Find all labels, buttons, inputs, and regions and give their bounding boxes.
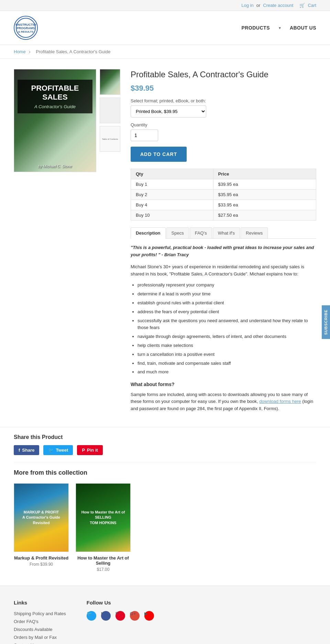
qty-cell: Buy 2 — [131, 190, 213, 200]
create-account-link[interactable]: Create account — [263, 3, 293, 8]
footer-link[interactable]: Discounts Available — [14, 627, 66, 632]
list-item: turn a cancellation into a positive even… — [138, 351, 316, 358]
thumbnail-1[interactable] — [100, 69, 120, 95]
footer-links-title: Links — [14, 600, 66, 606]
top-bar-divider: 🛒 — [299, 3, 305, 8]
format-select[interactable]: Printed Book, $39.95 eBook, $29.95 Both,… — [131, 105, 206, 117]
product-tabs: Description Specs FAQ's What if's Review… — [131, 227, 316, 239]
footer-link[interactable]: Contact Us — [14, 643, 66, 644]
footer-follow-title: Follow Us — [87, 600, 154, 606]
product-section: PROFITABLE SALES A Contractor's Guide by… — [0, 59, 330, 427]
description-quote: "This is a powerful, practical book - lo… — [131, 244, 316, 259]
tab-description[interactable]: Description — [131, 227, 166, 239]
breadcrumb-current: Profitable Sales, A Contractor's Guide — [36, 49, 110, 54]
list-item: establish ground rules with a potential … — [138, 300, 316, 307]
footer-link[interactable]: Order FAQ's — [14, 619, 66, 624]
main-nav: PRODUCTS ▼ ABOUT US — [241, 25, 316, 31]
product-images: PROFITABLE SALES A Contractor's Guide by… — [14, 69, 120, 417]
footer-link[interactable]: Orders by Mail or Fax — [14, 635, 66, 640]
price-cell: $35.95 ea — [213, 190, 316, 200]
tab-faqs[interactable]: FAQ's — [190, 227, 212, 238]
list-item: address the fears of every potential cli… — [138, 308, 316, 316]
share-twitter-button[interactable]: 🐦 Tweet — [43, 445, 73, 455]
collection-item-name: Markup & Profit Revisited — [14, 555, 69, 561]
main-product-image[interactable]: PROFITABLE SALES A Contractor's Guide by… — [14, 69, 96, 172]
breadcrumb: Home › Profitable Sales, A Contractor's … — [0, 45, 330, 59]
share-facebook-button[interactable]: f Share — [14, 445, 39, 455]
breadcrumb-home[interactable]: Home — [14, 49, 26, 54]
tab-whatifs[interactable]: What if's — [213, 227, 240, 238]
list-item: help clients make selections — [138, 342, 316, 349]
qty-cell: Buy 4 — [131, 200, 213, 210]
collection-grid: MARKUP & PROFITA Contractor's GuideRevis… — [14, 483, 316, 572]
footer-link[interactable]: Shipping Policy and Rates — [14, 611, 66, 616]
nav-products[interactable]: PRODUCTS — [241, 25, 270, 31]
svg-text:& RESULTS: & RESULTS — [18, 30, 34, 33]
add-to-cart-button[interactable]: ADD TO CART — [131, 147, 187, 162]
collection-item-price: From $39.90 — [14, 562, 69, 567]
youtube-social-icon[interactable]: ▶ — [144, 611, 154, 621]
price-cell: $33.95 ea — [213, 200, 316, 210]
main-image-overlay: PROFITABLE SALES A Contractor's Guide — [18, 80, 92, 113]
nav-about-us[interactable]: ABOUT US — [290, 25, 316, 31]
thumbnail-2[interactable] — [100, 98, 120, 123]
collection-item[interactable]: MARKUP & PROFITA Contractor's GuideRevis… — [14, 483, 69, 572]
collection-item[interactable]: How to Master the Art ofSELLINGTOM HOPKI… — [76, 483, 131, 572]
collection-item-image[interactable]: How to Master the Art ofSELLINGTOM HOPKI… — [76, 483, 131, 552]
description-intro: Michael Stone's 30+ years of experience … — [131, 263, 316, 278]
list-item: navigate through design agreements, lett… — [138, 333, 316, 340]
qty-header: Qty — [131, 169, 213, 179]
description-content: "This is a powerful, practical book - lo… — [131, 244, 316, 413]
tab-specs[interactable]: Specs — [166, 227, 189, 238]
price-table: Qty Price Buy 1$39.95 eaBuy 2$35.95 eaBu… — [131, 169, 316, 221]
book-author-overlay: by Michael C. Stone — [38, 164, 72, 168]
share-buttons: f Share 🐦 Tweet P Pin it — [14, 445, 316, 455]
share-title: Share this Product — [14, 434, 316, 440]
footer-follow-column: Follow Us 🐦fPG+▶ — [87, 600, 154, 644]
list-item: professionally represent your company — [138, 282, 316, 289]
quantity-input[interactable] — [131, 129, 158, 141]
share-pinterest-button[interactable]: P Pin it — [77, 445, 102, 455]
footer: Links Shipping Policy and RatesOrder FAQ… — [0, 586, 330, 644]
price-header: Price — [213, 169, 316, 179]
login-link[interactable]: Log in — [241, 3, 253, 8]
twitter-icon: 🐦 — [48, 448, 54, 453]
googleplus-social-icon[interactable]: G+ — [130, 611, 140, 621]
thumbnail-list: Table of Contents — [100, 69, 120, 417]
header: CONSTRUCTION PROGRAMS & RESULTS PRODUCTS… — [0, 11, 330, 45]
product-details: Profitable Sales, A Contractor's Guide $… — [131, 69, 316, 417]
pinterest-social-icon[interactable]: P — [116, 611, 125, 621]
product-price: $39.95 — [131, 84, 316, 93]
pinterest-icon: P — [82, 448, 85, 453]
share-section: Share this Product f Share 🐦 Tweet P Pin… — [0, 427, 330, 462]
list-item: find, train, motivate and compensate sal… — [138, 360, 316, 367]
logo[interactable]: CONSTRUCTION PROGRAMS & RESULTS — [14, 16, 38, 40]
forms-heading: What about forms? — [131, 381, 316, 388]
price-cell: $39.95 ea — [213, 179, 316, 190]
table-row: Buy 1$39.95 ea — [131, 179, 316, 190]
footer-links-column: Links Shipping Policy and RatesOrder FAQ… — [14, 600, 66, 644]
collection-item-image[interactable]: MARKUP & PROFITA Contractor's GuideRevis… — [14, 483, 69, 552]
twitter-social-icon[interactable]: 🐦 — [87, 611, 96, 621]
forms-link[interactable]: download forms here — [259, 399, 301, 404]
svg-text:PROGRAMS: PROGRAMS — [16, 26, 35, 30]
book-title-overlay: PROFITABLE SALES — [22, 84, 88, 102]
table-row: Buy 2$35.95 ea — [131, 190, 316, 200]
subscribe-bar[interactable]: SUBSCRIBE — [322, 305, 330, 339]
collection-item-price: $17.00 — [76, 567, 131, 572]
cart-link[interactable]: Cart — [308, 3, 316, 8]
collection-item-name: How to Master the Art of Selling — [76, 555, 131, 566]
forms-text: Sample forms are included, along with ac… — [131, 391, 316, 413]
top-bar: Log in or Create account 🛒 Cart — [0, 0, 330, 11]
tab-reviews[interactable]: Reviews — [241, 227, 268, 238]
price-cell: $27.50 ea — [213, 210, 316, 221]
facebook-social-icon[interactable]: f — [101, 611, 111, 621]
chevron-down-icon: ▼ — [278, 26, 282, 30]
collection-section: More from this collection MARKUP & PROFI… — [0, 462, 330, 586]
top-bar-or: or — [256, 3, 261, 8]
list-item: successfully ask the questions you need … — [138, 317, 316, 332]
qty-cell: Buy 10 — [131, 210, 213, 221]
thumbnail-3[interactable]: Table of Contents — [100, 126, 120, 152]
description-bullets: professionally represent your companydet… — [138, 282, 316, 376]
social-icons: 🐦fPG+▶ — [87, 611, 154, 623]
